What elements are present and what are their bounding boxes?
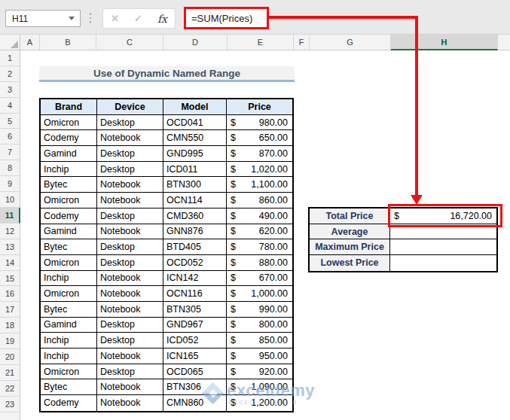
cell-model[interactable]: OCN114 bbox=[163, 193, 227, 208]
row-header-7[interactable]: 7 bbox=[0, 145, 20, 160]
cell-device[interactable]: Desktop bbox=[97, 364, 163, 380]
cell-brand[interactable]: Omicron bbox=[41, 115, 97, 131]
cell-device[interactable]: Desktop bbox=[97, 318, 163, 333]
column-header-A[interactable]: A bbox=[20, 35, 40, 50]
row-header-19[interactable]: 19 bbox=[0, 333, 20, 349]
cell-brand[interactable]: Codemy bbox=[41, 395, 97, 411]
select-all-corner[interactable] bbox=[0, 35, 20, 50]
cell-price[interactable]: $490.00 bbox=[227, 208, 292, 224]
cell-device[interactable]: Notebook bbox=[97, 224, 163, 240]
row-header-4[interactable]: 4 bbox=[0, 98, 20, 114]
cell-price[interactable]: $920.00 bbox=[227, 364, 292, 380]
cell-price[interactable]: $980.00 bbox=[227, 115, 292, 131]
cell-brand[interactable]: Gamind bbox=[41, 224, 97, 240]
cell-device[interactable]: Notebook bbox=[97, 130, 163, 146]
cell-model[interactable]: ICN142 bbox=[163, 271, 227, 287]
cell-price[interactable]: $860.00 bbox=[227, 193, 292, 208]
row-header-1[interactable]: 1 bbox=[0, 50, 20, 66]
row-header-16[interactable]: 16 bbox=[0, 287, 20, 303]
cell-brand[interactable]: Gamind bbox=[41, 146, 97, 162]
cell-device[interactable]: Notebook bbox=[97, 177, 163, 193]
cell-model[interactable]: BTD405 bbox=[163, 239, 227, 255]
cell-model[interactable]: CMN550 bbox=[163, 130, 227, 146]
row-header-11[interactable]: 11 bbox=[0, 208, 20, 224]
products-header-price[interactable]: Price bbox=[227, 99, 292, 115]
row-header-24[interactable] bbox=[0, 412, 20, 420]
cell-device[interactable]: Notebook bbox=[97, 286, 163, 302]
row-header-13[interactable]: 13 bbox=[0, 239, 20, 255]
cell-brand[interactable]: Inchip bbox=[41, 271, 97, 287]
cell-price[interactable]: $650.00 bbox=[227, 130, 292, 146]
cell-model[interactable]: ICD052 bbox=[163, 333, 227, 348]
cell-price[interactable]: $620.00 bbox=[227, 224, 292, 240]
cell-brand[interactable]: Bytec bbox=[41, 302, 97, 318]
summary-value-total-price[interactable]: $16,720.00 bbox=[390, 208, 496, 224]
cell-device[interactable]: Notebook bbox=[97, 379, 163, 395]
cell-model[interactable]: GNN876 bbox=[163, 224, 227, 240]
cell-device[interactable]: Desktop bbox=[97, 162, 163, 178]
name-box-dropdown-icon[interactable] bbox=[69, 17, 75, 20]
row-header-15[interactable]: 15 bbox=[0, 271, 20, 287]
row-header-5[interactable]: 5 bbox=[0, 114, 20, 129]
cell-brand[interactable]: Inchip bbox=[41, 333, 97, 348]
cell-device[interactable]: Desktop bbox=[97, 255, 163, 271]
column-header-D[interactable]: D bbox=[163, 35, 228, 50]
products-header-brand[interactable]: Brand bbox=[41, 99, 97, 115]
cell-model[interactable]: ICN165 bbox=[163, 348, 227, 364]
summary-label-average[interactable]: Average bbox=[310, 224, 390, 240]
cell-brand[interactable]: Codemy bbox=[41, 130, 97, 146]
cell-price[interactable]: $870.00 bbox=[227, 146, 292, 162]
cell-device[interactable]: Desktop bbox=[97, 239, 163, 255]
cell-model[interactable]: OCD052 bbox=[163, 255, 227, 271]
column-header-C[interactable]: C bbox=[96, 35, 163, 50]
row-header-10[interactable]: 10 bbox=[0, 192, 20, 208]
products-header-model[interactable]: Model bbox=[163, 99, 227, 115]
row-header-14[interactable]: 14 bbox=[0, 255, 20, 271]
cell-model[interactable]: BTN306 bbox=[163, 379, 227, 395]
cell-brand[interactable]: Codemy bbox=[41, 208, 97, 224]
title-cell[interactable]: Use of Dynamic Named Range bbox=[39, 66, 295, 82]
cell-device[interactable]: Notebook bbox=[97, 348, 163, 364]
cell-device[interactable]: Notebook bbox=[97, 193, 163, 208]
row-header-18[interactable]: 18 bbox=[0, 318, 20, 333]
row-header-8[interactable]: 8 bbox=[0, 160, 20, 176]
cell-price[interactable]: $880.00 bbox=[227, 255, 292, 271]
row-header-17[interactable]: 17 bbox=[0, 302, 20, 318]
row-header-6[interactable]: 6 bbox=[0, 129, 20, 145]
cell-device[interactable]: Notebook bbox=[97, 271, 163, 287]
name-box[interactable]: H11 bbox=[5, 10, 81, 27]
cell-device[interactable]: Desktop bbox=[97, 208, 163, 224]
cell-price[interactable]: $990.00 bbox=[227, 302, 292, 318]
cell-brand[interactable]: Bytec bbox=[41, 177, 97, 193]
cell-price[interactable]: $1,090.00 bbox=[227, 379, 292, 395]
summary-label-total-price[interactable]: Total Price bbox=[310, 208, 390, 224]
summary-value-lowest-price[interactable] bbox=[390, 255, 496, 271]
column-header-H[interactable]: H bbox=[391, 35, 498, 50]
summary-value-average[interactable] bbox=[390, 224, 496, 240]
cell-brand[interactable]: Bytec bbox=[41, 239, 97, 255]
cell-brand[interactable]: Omicron bbox=[41, 286, 97, 302]
row-header-21[interactable]: 21 bbox=[0, 365, 20, 381]
cell-model[interactable]: OCD065 bbox=[163, 364, 227, 380]
cell-price[interactable]: $850.00 bbox=[227, 333, 292, 348]
cell-model[interactable]: GND967 bbox=[163, 318, 227, 333]
row-header-2[interactable]: 2 bbox=[0, 66, 20, 82]
row-header-20[interactable]: 20 bbox=[0, 349, 20, 365]
cell-price[interactable]: $800.00 bbox=[227, 318, 292, 333]
cell-brand[interactable]: Omicron bbox=[41, 193, 97, 208]
cell-brand[interactable]: Bytec bbox=[41, 379, 97, 395]
cell-model[interactable]: GND995 bbox=[163, 146, 227, 162]
products-header-device[interactable]: Device bbox=[97, 99, 163, 115]
cell-device[interactable]: Desktop bbox=[97, 115, 163, 131]
cell-model[interactable]: OCN116 bbox=[163, 286, 227, 302]
cell-model[interactable]: BTN305 bbox=[163, 302, 227, 318]
summary-label-lowest-price[interactable]: Lowest Price bbox=[310, 255, 390, 271]
cell-brand[interactable]: Inchip bbox=[41, 162, 97, 178]
cell-brand[interactable]: Omicron bbox=[41, 255, 97, 271]
cell-brand[interactable]: Inchip bbox=[41, 348, 97, 364]
cell-price[interactable]: $1,100.00 bbox=[227, 177, 292, 193]
row-header-12[interactable]: 12 bbox=[0, 224, 20, 239]
cell-device[interactable]: Notebook bbox=[97, 302, 163, 318]
row-header-3[interactable]: 3 bbox=[0, 82, 20, 98]
row-header-23[interactable]: 23 bbox=[0, 397, 20, 412]
